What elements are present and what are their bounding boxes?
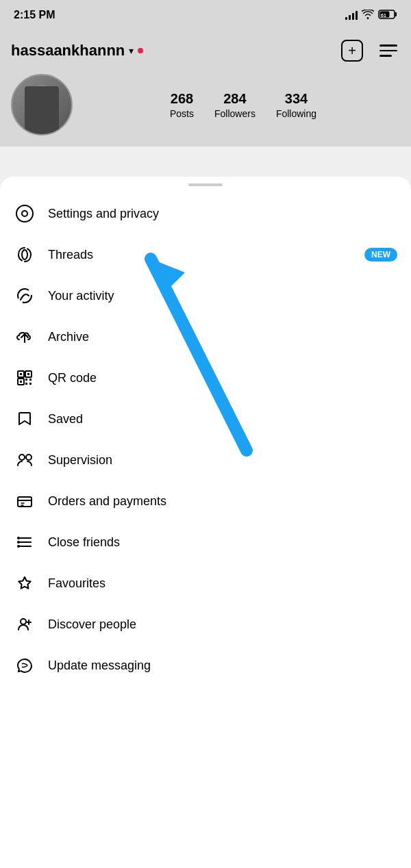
followers-count: 284 (223, 91, 246, 107)
following-stat[interactable]: 334 Following (276, 91, 316, 119)
menu-item-settings[interactable]: Settings and privacy (0, 193, 411, 234)
hamburger-icon (379, 44, 397, 57)
battery-icon: 61 (378, 10, 397, 21)
menu-item-favourites[interactable]: Favourites (0, 563, 411, 604)
svg-rect-16 (25, 383, 27, 385)
svg-point-24 (17, 541, 20, 544)
svg-rect-9 (20, 373, 22, 375)
svg-point-19 (26, 455, 32, 460)
settings-label: Settings and privacy (48, 207, 397, 221)
following-label: Following (276, 108, 316, 119)
sheet-handle (188, 183, 223, 186)
svg-point-26 (17, 545, 20, 548)
svg-rect-14 (25, 379, 27, 381)
sheet-handle-bar (0, 177, 411, 190)
menu-item-orders[interactable]: Orders and payments (0, 481, 411, 522)
saved-icon (14, 409, 36, 429)
threads-icon (14, 245, 36, 264)
menu-button[interactable] (377, 42, 400, 60)
menu-item-qrcode[interactable]: QR code (0, 357, 411, 398)
svg-point-18 (19, 455, 25, 460)
svg-rect-17 (29, 383, 32, 385)
closefriends-icon (14, 533, 36, 552)
followers-stat[interactable]: 284 Followers (214, 91, 256, 119)
avatar[interactable] (11, 74, 73, 136)
menu-item-threads[interactable]: Threads NEW (0, 234, 411, 275)
svg-text:61: 61 (381, 13, 386, 18)
posts-label: Posts (170, 108, 194, 119)
svg-point-27 (21, 619, 26, 624)
menu-item-archive[interactable]: Archive (0, 316, 411, 357)
status-bar: 2:15 PM 61 (0, 0, 411, 30)
header-actions: + (338, 37, 400, 64)
activity-label: Your activity (48, 289, 397, 303)
bottom-sheet: Settings and privacy Threads NEW (0, 177, 411, 868)
orders-label: Orders and payments (48, 494, 397, 509)
profile-header: hassaankhannn ▾ + (0, 30, 411, 74)
archive-icon (14, 327, 36, 346)
svg-rect-15 (29, 379, 32, 381)
messaging-icon (14, 656, 36, 675)
new-badge: NEW (364, 248, 397, 261)
qrcode-label: QR code (48, 371, 397, 385)
menu-item-discover[interactable]: Discover people (0, 604, 411, 645)
svg-point-22 (17, 537, 20, 539)
menu-item-closefriends[interactable]: Close friends (0, 522, 411, 563)
orders-icon (14, 492, 36, 511)
stats-row: 268 Posts 284 Followers 334 Following (86, 91, 400, 119)
svg-point-7 (22, 211, 27, 216)
saved-label: Saved (48, 412, 397, 426)
profile-stats: 268 Posts 284 Followers 334 Following (0, 74, 411, 146)
supervision-icon (14, 450, 36, 470)
following-count: 334 (285, 91, 308, 107)
posts-stat[interactable]: 268 Posts (170, 91, 194, 119)
favourites-label: Favourites (48, 576, 397, 591)
menu-item-saved[interactable]: Saved (0, 398, 411, 439)
menu-list: Settings and privacy Threads NEW (0, 190, 411, 689)
discover-label: Discover people (48, 617, 397, 632)
signal-bars-icon (345, 10, 358, 20)
menu-item-activity[interactable]: Your activity (0, 275, 411, 316)
posts-count: 268 (171, 91, 193, 107)
username-row: hassaankhannn ▾ (11, 42, 143, 60)
svg-rect-11 (27, 373, 29, 375)
notification-dot (138, 48, 143, 53)
threads-label: Threads (48, 248, 352, 262)
status-icons: 61 (345, 10, 397, 21)
messaging-label: Update messaging (48, 659, 397, 673)
username-text: hassaankhannn (11, 42, 125, 60)
settings-icon (14, 204, 36, 223)
followers-label: Followers (214, 108, 256, 119)
closefriends-label: Close friends (48, 535, 397, 550)
qr-icon (14, 368, 36, 387)
activity-icon (14, 286, 36, 305)
discover-icon (14, 615, 36, 634)
svg-point-6 (16, 205, 33, 222)
status-time: 2:15 PM (14, 9, 55, 21)
chevron-down-icon[interactable]: ▾ (129, 45, 134, 56)
wifi-icon (362, 10, 374, 21)
supervision-label: Supervision (48, 453, 397, 468)
svg-rect-13 (20, 381, 22, 383)
add-icon: + (341, 40, 363, 62)
favourites-icon (14, 574, 36, 593)
menu-item-messaging[interactable]: Update messaging (0, 645, 411, 686)
menu-item-supervision[interactable]: Supervision (0, 439, 411, 481)
archive-label: Archive (48, 330, 397, 344)
svg-rect-20 (18, 497, 32, 507)
new-post-button[interactable]: + (338, 37, 366, 64)
svg-rect-1 (395, 12, 397, 16)
